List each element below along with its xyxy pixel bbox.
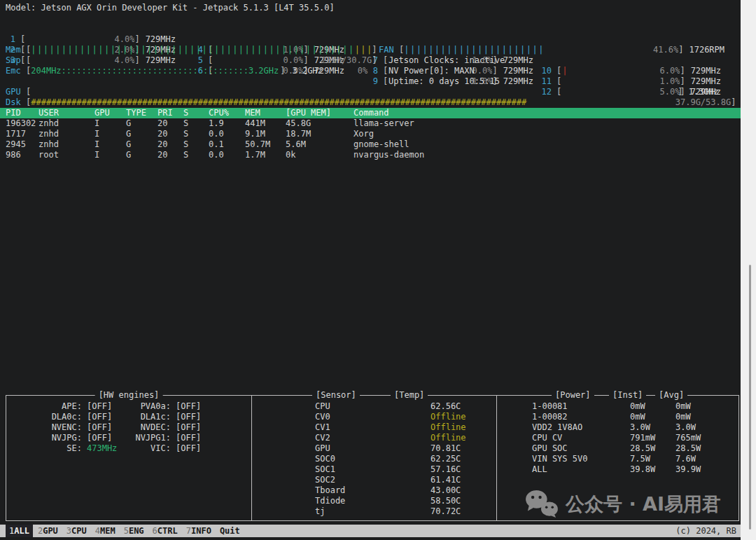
cpu-core-11: 111.0%729MHz xyxy=(533,76,721,87)
menu-item-cpu[interactable]: 3CPU xyxy=(63,525,90,537)
emc-bar: Emc204MHz:::::::::::::::::::::::::::::::… xyxy=(6,66,368,76)
cpu-core-10: 10|6.0%729MHz xyxy=(533,66,721,76)
hw-engines-title: [HW engines] xyxy=(95,390,163,401)
disk-label: Dsk xyxy=(6,97,21,108)
process-row[interactable]: 986rootIG20S0.01.7M0knvargus-daemon xyxy=(0,150,741,160)
disk-bar: Dsk#####################################… xyxy=(6,97,736,108)
menu-item-eng[interactable]: 5ENG xyxy=(120,525,148,537)
fan-bar: FAN|||||||||||||||||||||||41.6%1726RPM xyxy=(379,45,724,55)
sensor-row: SOC062.25C xyxy=(315,454,466,464)
emc-percent: 0% xyxy=(358,66,368,76)
terminal-window: Model: Jetson AGX Orin Developer Kit - J… xyxy=(0,0,741,540)
gpu-freq: 1.3GHz xyxy=(688,87,718,97)
screenshot-root: Model: Jetson AGX Orin Developer Kit - J… xyxy=(0,0,756,540)
menu-item-all[interactable]: 1ALL xyxy=(6,525,33,537)
sensor-row: CV1Offline xyxy=(315,422,466,433)
power-row: 1-000820mW0mW xyxy=(532,412,701,422)
nv-power-mode: NV Power[0]: MAXN xyxy=(388,66,475,76)
page-scrollbar-thumb[interactable] xyxy=(749,265,751,529)
power-row: VIN SYS 5V07.5W7.6W xyxy=(532,454,701,464)
power-row: VDD2 1V8AO3.0W3.0W xyxy=(532,422,701,433)
swap-label: Swp xyxy=(6,55,21,66)
watermark: 公众号 · AI易用君 xyxy=(524,489,721,518)
gpu-bar: GPU93.5%1.3GHz xyxy=(6,87,719,97)
emc-label: Emc xyxy=(6,66,21,76)
fan-rpm: 1726RPM xyxy=(689,45,724,55)
sensor-row: SOC261.41C xyxy=(315,475,466,485)
bar-close xyxy=(134,34,139,45)
power-row: GPU SOC28.5W28.5W xyxy=(532,443,701,454)
sensor-row: Tdiode58.50C xyxy=(315,496,466,506)
hw-engine-row: APE:[OFF]PVA0a:[OFF] xyxy=(6,401,251,412)
fan-label: FAN xyxy=(379,45,394,55)
hw-engine-row: SE:473MHzVIC:[OFF] xyxy=(6,443,251,454)
fan-bar-fill: ||||||||||||||||||||||| xyxy=(404,45,545,55)
menu-item-info[interactable]: 7INFO xyxy=(183,525,215,537)
fan-percent: 41.6% xyxy=(653,45,678,55)
sensor-title: [Sensor] xyxy=(312,390,360,401)
process-row[interactable]: 1717znhdIG20S0.09.1M18.7MXorg xyxy=(0,129,741,139)
mem-label: Mem xyxy=(6,45,21,55)
sensor-row: CPU62.56C xyxy=(315,401,466,412)
hw-engines-panel: [HW engines] APE:[OFF]PVA0a:[OFF] DLA0c:… xyxy=(6,395,252,521)
disk-bar-fill: ########################################… xyxy=(31,97,526,108)
swap-bar: Swp283M/30.7G xyxy=(6,55,377,66)
menu-lead-block xyxy=(0,525,6,537)
sensor-row: tj70.72C xyxy=(315,506,466,517)
swap-value: 283M/30.7G xyxy=(321,55,372,66)
hw-engine-row: NVJPG:[OFF]NVJPG1:[OFF] xyxy=(6,433,251,443)
inst-title: [Inst] xyxy=(609,390,646,401)
emc-max-freq: 3.2GHz xyxy=(248,66,279,76)
mem-bar: Mem|||||||||||||||||||||||||||||||||||||… xyxy=(6,45,377,55)
se-freq: 473MHz xyxy=(87,443,127,454)
power-row: 1-000810mW0mW xyxy=(532,401,701,412)
menu-item-quit[interactable]: Quit xyxy=(216,525,244,537)
menu-bar: 1ALL 2GPU 3CPU 4MEM 5ENG 6CTRL 7INFO Qui… xyxy=(0,525,741,537)
emc-current-freq: 3.2GHz xyxy=(292,66,322,76)
power-row: ALL39.8W39.9W xyxy=(532,464,701,475)
sensor-row: GPU70.81C xyxy=(315,443,466,454)
sensor-panel: [Sensor] [Temp] CPU62.56C CV0Offline CV1… xyxy=(252,395,497,521)
temp-title: [Temp] xyxy=(391,390,428,401)
jetson-clocks-status: Jetson Clocks: inactive xyxy=(388,55,505,66)
sensor-row: SOC157.16C xyxy=(315,464,466,475)
uptime: Uptime: 0 days 10:5:15 xyxy=(388,76,500,87)
page-scrollbar-track xyxy=(741,0,756,540)
cpu-load: 4.0% xyxy=(115,34,135,44)
menu-item-gpu[interactable]: 2GPU xyxy=(34,525,62,537)
copyright: (c) 2024, RB xyxy=(676,526,741,536)
mem-bar-warn: ||| xyxy=(355,45,372,55)
sensor-row: Tboard43.00C xyxy=(315,485,466,496)
disk-value: 37.9G/53.8G xyxy=(676,97,731,108)
watermark-text: 公众号 · AI易用君 xyxy=(566,499,721,509)
process-row[interactable]: 2945znhdIG20S0.150.7M5.6Mgnome-shell xyxy=(0,139,741,150)
wechat-icon xyxy=(524,489,559,518)
power-row: CPU CV791mW765mW xyxy=(532,433,701,443)
sensor-row: CV2Offline xyxy=(315,433,466,443)
cpu-core-1: 14.0%729MHz xyxy=(6,34,176,45)
cpu-freq: 729MHz xyxy=(146,34,176,45)
emc-dots: ::::::::::::::::::::::::::::::::::::: xyxy=(62,66,248,76)
bar-open xyxy=(20,34,25,45)
mem-bar-fill: ||||||||||||||||||||||||||||||||||||||||… xyxy=(31,45,354,55)
hw-engine-row: NVENC:[OFF]NVDEC:[OFF] xyxy=(6,422,251,433)
gpu-label: GPU xyxy=(6,87,21,97)
hw-engine-row: DLA0c:[OFF]DLA1c:[OFF] xyxy=(6,412,251,422)
cpu10-load-mark: | xyxy=(562,66,567,76)
process-table-header: PIDUSERGPUTYPEPRISCPU%MEM[GPU MEM]Comman… xyxy=(0,108,741,118)
model-line: Model: Jetson AGX Orin Developer Kit - J… xyxy=(6,3,335,13)
sensor-row: CV0Offline xyxy=(315,412,466,422)
menu-item-ctrl[interactable]: 6CTRL xyxy=(149,525,181,537)
power-title: [Power] xyxy=(552,390,594,401)
process-row[interactable]: 196302znhdIG20S1.9441M45.8Gllama-server xyxy=(0,118,741,129)
emc-min-freq: 204MHz xyxy=(31,66,61,76)
menu-item-mem[interactable]: 4MEM xyxy=(92,525,119,537)
avg-title: [Avg] xyxy=(655,390,687,401)
